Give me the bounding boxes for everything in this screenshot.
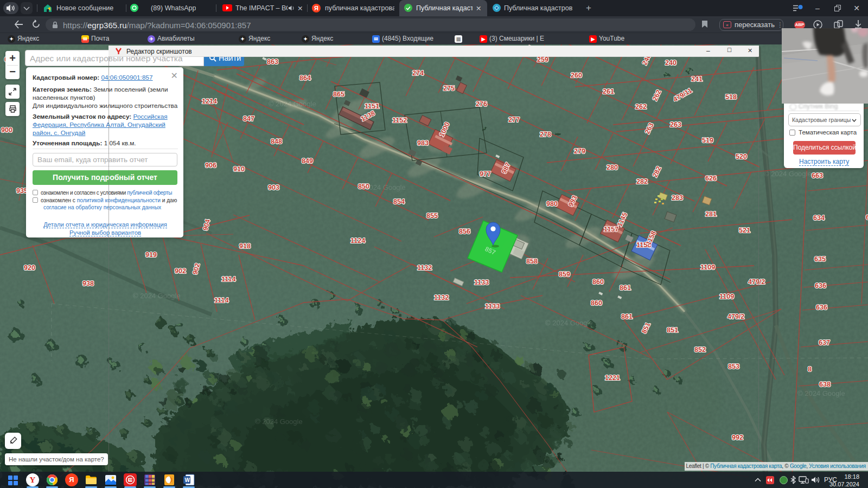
- svg-text:280: 280: [607, 164, 618, 171]
- svg-text:© 2024 Google: © 2024 Google: [133, 292, 181, 300]
- svg-text:521: 521: [739, 227, 750, 234]
- svg-text:852: 852: [694, 346, 706, 354]
- svg-text:938: 938: [82, 280, 94, 287]
- svg-text:260: 260: [571, 72, 582, 79]
- svg-text:860: 860: [592, 278, 604, 286]
- svg-text:274: 274: [412, 69, 424, 77]
- svg-text:1221: 1221: [605, 374, 620, 382]
- svg-text:992: 992: [732, 434, 743, 441]
- svg-text:281: 281: [705, 210, 717, 218]
- svg-text:1133: 1133: [474, 279, 489, 286]
- svg-text:856: 856: [459, 228, 470, 235]
- svg-text:262: 262: [635, 103, 647, 111]
- svg-text:282: 282: [636, 178, 648, 185]
- svg-text:277: 277: [508, 116, 520, 124]
- svg-text:© 2024 Google: © 2024 Google: [764, 170, 812, 178]
- svg-text:283: 283: [672, 194, 683, 202]
- svg-text:906: 906: [205, 162, 216, 169]
- svg-text:518: 518: [725, 93, 737, 101]
- svg-text:635: 635: [814, 255, 826, 263]
- svg-text:853: 853: [728, 363, 739, 370]
- svg-text:W: W: [185, 477, 190, 483]
- svg-text:663: 663: [812, 172, 823, 179]
- svg-text:519: 519: [702, 137, 713, 144]
- svg-text:861: 861: [620, 284, 631, 292]
- svg-text:63: 63: [866, 214, 868, 221]
- svg-text:1152: 1152: [392, 117, 407, 124]
- svg-text:980: 980: [546, 200, 558, 208]
- svg-text:1133: 1133: [485, 303, 500, 310]
- svg-text:864: 864: [299, 74, 311, 82]
- svg-text:© 2024 Google: © 2024 Google: [269, 100, 316, 108]
- svg-text:855: 855: [426, 212, 438, 220]
- svg-text:636: 636: [816, 304, 827, 311]
- svg-text:263: 263: [670, 121, 681, 129]
- svg-text:920: 920: [24, 264, 35, 272]
- svg-text:© 2024 Google: © 2024 Google: [255, 418, 303, 426]
- svg-text:636: 636: [815, 282, 826, 290]
- svg-text:261: 261: [603, 88, 614, 95]
- svg-text:278: 278: [540, 131, 551, 138]
- svg-text:279: 279: [574, 147, 585, 155]
- svg-text:900: 900: [1, 126, 12, 134]
- svg-text:241: 241: [691, 75, 703, 83]
- svg-text:1109: 1109: [719, 293, 734, 300]
- svg-text:859: 859: [559, 271, 570, 278]
- svg-text:520: 520: [736, 153, 747, 160]
- svg-text:861: 861: [621, 313, 633, 320]
- svg-text:TR: TR: [129, 478, 132, 481]
- svg-text:1109: 1109: [700, 264, 715, 271]
- svg-text:1132: 1132: [417, 264, 432, 272]
- svg-text:860: 860: [591, 299, 602, 307]
- svg-text:1132: 1132: [434, 294, 449, 301]
- svg-text:275: 275: [443, 85, 455, 92]
- svg-text:1114: 1114: [221, 275, 235, 283]
- svg-text:850: 850: [358, 183, 369, 190]
- svg-text:© 2024 Google: © 2024 Google: [797, 389, 845, 397]
- svg-text:1124: 1124: [350, 237, 365, 245]
- svg-text:1214: 1214: [202, 98, 217, 105]
- svg-text:1157: 1157: [604, 226, 618, 233]
- svg-text:637: 637: [819, 339, 830, 346]
- svg-text:240: 240: [665, 59, 676, 67]
- svg-text:634: 634: [813, 214, 825, 222]
- svg-text:918: 918: [239, 242, 251, 250]
- svg-text:849: 849: [302, 157, 313, 165]
- svg-text:858: 858: [526, 258, 538, 265]
- svg-text:847: 847: [243, 115, 254, 123]
- svg-text:8: 8: [808, 365, 812, 373]
- svg-text:259: 259: [537, 56, 548, 63]
- svg-text:902: 902: [175, 267, 186, 275]
- svg-text:1151: 1151: [365, 102, 379, 110]
- svg-text:© 2024 Google: © 2024 Google: [545, 319, 593, 327]
- svg-text:919: 919: [145, 251, 157, 259]
- svg-text:865: 865: [333, 91, 344, 98]
- svg-text:854: 854: [393, 198, 405, 206]
- svg-text:977: 977: [480, 170, 491, 178]
- svg-text:479/2: 479/2: [748, 278, 765, 286]
- svg-text:851: 851: [667, 326, 678, 334]
- svg-text:626: 626: [705, 175, 717, 182]
- svg-text:983: 983: [417, 139, 429, 147]
- svg-text:638: 638: [819, 381, 831, 388]
- svg-text:1114: 1114: [214, 297, 228, 304]
- svg-text:910: 910: [233, 165, 245, 173]
- svg-text:276: 276: [476, 100, 487, 108]
- svg-text:903: 903: [268, 184, 279, 191]
- svg-text:863: 863: [267, 58, 278, 66]
- svg-text:848: 848: [271, 138, 282, 145]
- svg-text:479/2: 479/2: [727, 313, 744, 320]
